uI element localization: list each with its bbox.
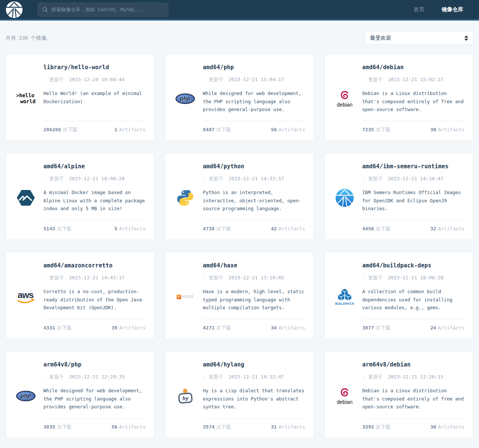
- image-title[interactable]: arm64v8/php: [43, 361, 146, 368]
- search-icon: [42, 7, 48, 12]
- updated-timestamp: 2023-12-21 14:32:47: [226, 374, 284, 380]
- artifacts-stat: 31Artifacts: [271, 424, 305, 430]
- image-card[interactable]: aws amd64/amazoncorretto - 更新于 2023-12-2…: [6, 252, 155, 339]
- image-card[interactable]: php amd64/php - 更新于 2023-12-21 15:04:17 …: [165, 54, 314, 141]
- updated-timestamp: 2023-12-21 12:29:35: [66, 374, 125, 380]
- artifacts-label: Artifacts: [279, 127, 305, 132]
- updated-timestamp: 2023-12-21 18:06:28: [385, 275, 444, 280]
- artifacts-stat: 30Artifacts: [430, 424, 464, 430]
- downloads-label: 次下载: [57, 424, 71, 430]
- image-description: IBM Semeru Runtimes Official Images for …: [362, 188, 464, 213]
- image-title[interactable]: amd64/alpine: [43, 163, 146, 170]
- image-card[interactable]: BUILDPACK amd64/buildpack-deps - 更新于 202…: [324, 252, 473, 339]
- image-updated: - 更新于 2023-12-21 15:04:17: [203, 76, 305, 83]
- updated-prefix-label: - 更新于: [43, 374, 64, 380]
- downloads-count: 3574: [203, 424, 214, 430]
- image-description: Hello World! (an example of minimal Dock…: [43, 89, 146, 105]
- php-logo: php: [13, 361, 38, 430]
- artifacts-count: 30: [430, 127, 436, 132]
- image-updated: - 更新于 2023-12-21 18:06:28: [43, 175, 146, 182]
- image-title[interactable]: amd64/hylang: [203, 361, 305, 368]
- image-card[interactable]: debian amd64/debian - 更新于 2023-12-21 15:…: [324, 54, 473, 141]
- artifacts-count: 24: [430, 325, 436, 331]
- updated-timestamp: 2023-12-21 15:04:17: [226, 77, 284, 82]
- image-card[interactable]: ✕HAXE amd64/haxe - 更新于 2023-12-21 13:10:…: [165, 252, 314, 339]
- artifacts-stat: 34Artifacts: [271, 325, 305, 331]
- artifacts-label: Artifacts: [438, 226, 464, 231]
- downloads-count: 206266: [43, 127, 61, 132]
- image-description: While designed for web development, the …: [43, 387, 146, 411]
- image-title[interactable]: amd64/amazoncorretto: [43, 262, 146, 269]
- image-card[interactable]: amd64/alpine - 更新于 2023-12-21 18:06:28 A…: [6, 153, 155, 240]
- svg-text:aws: aws: [18, 290, 34, 300]
- artifacts-stat: 24Artifacts: [430, 325, 464, 331]
- downloads-count: 4456: [362, 226, 374, 231]
- aws-logo: aws: [13, 262, 38, 331]
- image-updated: - 更新于 2023-12-21 15:02:37: [362, 76, 464, 83]
- updated-timestamp: 2023-12-21 14:26:47: [385, 176, 444, 181]
- site-logo[interactable]: [5, 1, 23, 19]
- navbar: 首页镜像仓库: [0, 0, 479, 21]
- artifacts-count: 30: [430, 424, 436, 430]
- image-card[interactable]: hy amd64/hylang - 更新于 2023-12-21 14:32:4…: [165, 351, 314, 438]
- image-description: Python is an interpreted, interactive, o…: [203, 188, 305, 213]
- alpine-logo: [13, 163, 38, 232]
- image-title[interactable]: amd64/buildpack-deps: [362, 262, 464, 269]
- buildpack-logo: BUILDPACK: [332, 262, 357, 331]
- image-title[interactable]: amd64/haxe: [203, 262, 305, 269]
- image-description: Debian is a Linux distribution that's co…: [362, 387, 464, 411]
- image-updated: - 更新于 2023-12-21 14:32:47: [203, 374, 305, 380]
- main-content: 共有336个镜像。 最受欢迎 >helloworld library/hello…: [0, 31, 479, 445]
- image-updated: - 更新于 2023-12-20 10:08:44: [43, 76, 146, 83]
- artifacts-stat: 30Artifacts: [430, 127, 464, 132]
- debian-logo: debian: [332, 361, 357, 430]
- downloads-label: 次下载: [63, 127, 77, 132]
- image-card[interactable]: php arm64v8/php - 更新于 2023-12-21 12:29:3…: [6, 351, 155, 438]
- artifacts-stat: 56Artifacts: [271, 127, 305, 132]
- artifacts-count: 5: [115, 226, 118, 231]
- artifacts-count: 1: [115, 127, 118, 132]
- image-card[interactable]: amd64/ibm-semeru-runtimes - 更新于 2023-12-…: [324, 153, 473, 240]
- image-card[interactable]: >helloworld library/hello-world - 更新于 20…: [6, 54, 155, 141]
- downloads-label: 次下载: [216, 127, 231, 132]
- nav-link-registry[interactable]: 镜像仓库: [442, 6, 463, 13]
- image-description: Debian is a Linux distribution that's co…: [362, 89, 464, 114]
- downloads-label: 次下载: [57, 226, 71, 231]
- hylang-logo: hy: [173, 361, 198, 430]
- artifacts-count: 39: [112, 325, 118, 331]
- downloads-count: 7235: [362, 127, 374, 132]
- downloads-label: 次下载: [376, 325, 390, 331]
- summary-prefix: 共有: [6, 35, 16, 42]
- image-description: While designed for web development, the …: [203, 89, 305, 114]
- downloads-label: 次下载: [216, 226, 231, 231]
- artifacts-label: Artifacts: [438, 424, 464, 430]
- artifacts-label: Artifacts: [119, 226, 146, 231]
- downloads-count: 8487: [203, 127, 214, 132]
- downloads-stat: 8487次下载: [203, 126, 231, 133]
- image-card[interactable]: debian arm64v8/debian - 更新于 2023-12-21 1…: [324, 351, 473, 438]
- downloads-stat: 7235次下载: [362, 126, 390, 133]
- updated-timestamp: 2023-12-21 12:26:15: [385, 374, 444, 380]
- image-title[interactable]: amd64/python: [203, 163, 305, 170]
- downloads-stat: 3392次下载: [362, 424, 390, 430]
- sort-select[interactable]: 最受欢迎: [365, 31, 473, 45]
- downloads-label: 次下载: [57, 325, 71, 331]
- image-updated: - 更新于 2023-12-21 12:29:35: [43, 374, 146, 380]
- artifacts-count: 42: [271, 226, 277, 231]
- image-title[interactable]: amd64/debian: [362, 64, 464, 71]
- downloads-count: 4738: [203, 226, 214, 231]
- search-input[interactable]: [51, 7, 164, 12]
- nav-link-home[interactable]: 首页: [414, 6, 424, 13]
- updated-prefix-label: - 更新于: [362, 275, 383, 280]
- updated-prefix-label: - 更新于: [203, 176, 223, 181]
- updated-prefix-label: - 更新于: [43, 77, 64, 82]
- image-card[interactable]: amd64/python - 更新于 2023-12-21 14:33:57 P…: [165, 153, 314, 240]
- downloads-stat: 206266次下载: [43, 126, 77, 133]
- downloads-stat: 4456次下载: [362, 225, 390, 232]
- downloads-label: 次下载: [216, 325, 231, 331]
- svg-text:BUILDPACK: BUILDPACK: [335, 301, 354, 305]
- image-title[interactable]: arm64v8/debian: [362, 361, 464, 368]
- image-title[interactable]: amd64/php: [203, 64, 305, 71]
- image-title[interactable]: amd64/ibm-semeru-runtimes: [362, 163, 464, 170]
- image-title[interactable]: library/hello-world: [43, 64, 146, 71]
